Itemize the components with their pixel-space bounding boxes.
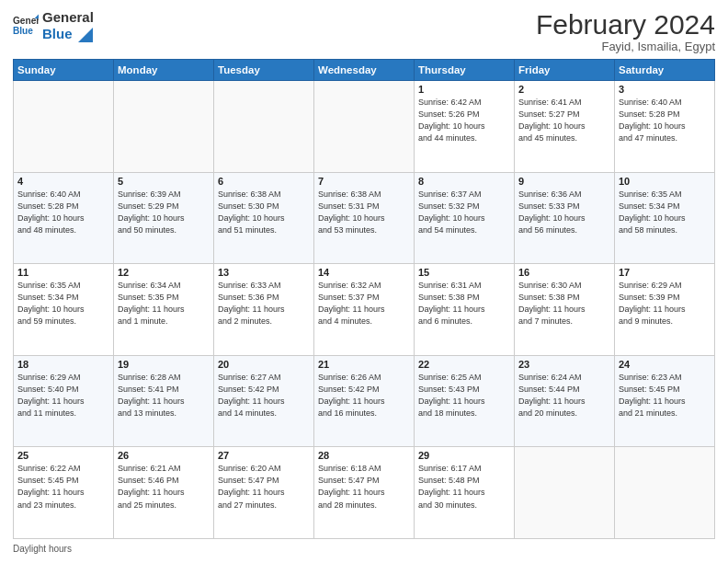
day-info: Sunrise: 6:39 AM Sunset: 5:29 PM Dayligh… [118, 189, 210, 236]
calendar-cell: 16Sunrise: 6:30 AM Sunset: 5:38 PM Dayli… [515, 264, 615, 356]
day-info: Sunrise: 6:35 AM Sunset: 5:34 PM Dayligh… [17, 280, 109, 327]
day-number: 24 [619, 359, 711, 370]
day-info: Sunrise: 6:37 AM Sunset: 5:32 PM Dayligh… [418, 189, 510, 236]
day-number: 12 [118, 267, 210, 278]
calendar-week-row: 11Sunrise: 6:35 AM Sunset: 5:34 PM Dayli… [14, 264, 715, 356]
day-info: Sunrise: 6:34 AM Sunset: 5:35 PM Dayligh… [118, 280, 210, 327]
day-number: 27 [218, 450, 310, 461]
day-number: 7 [318, 176, 410, 187]
calendar-cell: 28Sunrise: 6:18 AM Sunset: 5:47 PM Dayli… [314, 447, 415, 539]
day-number: 28 [318, 450, 410, 461]
calendar-cell: 3Sunrise: 6:40 AM Sunset: 5:28 PM Daylig… [615, 81, 715, 173]
day-number: 5 [118, 176, 210, 187]
day-number: 1 [418, 84, 510, 95]
day-number: 4 [17, 176, 109, 187]
calendar-cell: 22Sunrise: 6:25 AM Sunset: 5:43 PM Dayli… [415, 355, 515, 447]
day-info: Sunrise: 6:23 AM Sunset: 5:45 PM Dayligh… [619, 372, 711, 419]
calendar-week-row: 18Sunrise: 6:29 AM Sunset: 5:40 PM Dayli… [14, 355, 715, 447]
calendar-cell: 21Sunrise: 6:26 AM Sunset: 5:42 PM Dayli… [314, 355, 415, 447]
day-info: Sunrise: 6:40 AM Sunset: 5:28 PM Dayligh… [17, 189, 109, 236]
calendar-cell: 27Sunrise: 6:20 AM Sunset: 5:47 PM Dayli… [214, 447, 314, 539]
calendar-weekday-friday: Friday [515, 60, 615, 81]
day-number: 11 [17, 267, 109, 278]
calendar-weekday-monday: Monday [114, 60, 214, 81]
calendar-cell: 26Sunrise: 6:21 AM Sunset: 5:46 PM Dayli… [114, 447, 214, 539]
day-number: 25 [17, 450, 109, 461]
day-info: Sunrise: 6:33 AM Sunset: 5:36 PM Dayligh… [218, 280, 310, 327]
calendar-week-row: 4Sunrise: 6:40 AM Sunset: 5:28 PM Daylig… [14, 172, 715, 264]
calendar-cell: 12Sunrise: 6:34 AM Sunset: 5:35 PM Dayli… [114, 264, 214, 356]
svg-text:Blue: Blue [13, 26, 33, 36]
day-info: Sunrise: 6:38 AM Sunset: 5:31 PM Dayligh… [318, 189, 410, 236]
calendar-cell: 13Sunrise: 6:33 AM Sunset: 5:36 PM Dayli… [214, 264, 314, 356]
calendar-cell: 8Sunrise: 6:37 AM Sunset: 5:32 PM Daylig… [415, 172, 515, 264]
day-info: Sunrise: 6:36 AM Sunset: 5:33 PM Dayligh… [518, 189, 610, 236]
day-info: Sunrise: 6:25 AM Sunset: 5:43 PM Dayligh… [418, 372, 510, 419]
day-number: 26 [118, 450, 210, 461]
day-number: 22 [418, 359, 510, 370]
day-number: 8 [418, 176, 510, 187]
day-info: Sunrise: 6:29 AM Sunset: 5:39 PM Dayligh… [619, 280, 711, 327]
calendar-cell: 10Sunrise: 6:35 AM Sunset: 5:34 PM Dayli… [615, 172, 715, 264]
day-number: 10 [619, 176, 711, 187]
day-number: 29 [418, 450, 510, 461]
calendar-cell: 6Sunrise: 6:38 AM Sunset: 5:30 PM Daylig… [214, 172, 314, 264]
calendar-cell: 9Sunrise: 6:36 AM Sunset: 5:33 PM Daylig… [515, 172, 615, 264]
logo-icon: General Blue [13, 13, 39, 39]
logo: General Blue General Blue [13, 9, 94, 42]
day-number: 17 [619, 267, 711, 278]
day-info: Sunrise: 6:26 AM Sunset: 5:42 PM Dayligh… [318, 372, 410, 419]
day-number: 13 [218, 267, 310, 278]
calendar-header-row: SundayMondayTuesdayWednesdayThursdayFrid… [14, 60, 715, 81]
day-info: Sunrise: 6:31 AM Sunset: 5:38 PM Dayligh… [418, 280, 510, 327]
day-info: Sunrise: 6:29 AM Sunset: 5:40 PM Dayligh… [17, 372, 109, 419]
day-info: Sunrise: 6:22 AM Sunset: 5:45 PM Dayligh… [17, 463, 109, 511]
calendar-cell [114, 81, 214, 173]
day-info: Sunrise: 6:30 AM Sunset: 5:38 PM Dayligh… [518, 280, 610, 327]
footer: Daylight hours [13, 544, 715, 554]
calendar-cell: 17Sunrise: 6:29 AM Sunset: 5:39 PM Dayli… [615, 264, 715, 356]
calendar-cell: 29Sunrise: 6:17 AM Sunset: 5:48 PM Dayli… [415, 447, 515, 539]
calendar-cell: 5Sunrise: 6:39 AM Sunset: 5:29 PM Daylig… [114, 172, 214, 264]
day-info: Sunrise: 6:28 AM Sunset: 5:41 PM Dayligh… [118, 372, 210, 419]
day-number: 3 [619, 84, 711, 95]
title-block: February 2024 Fayid, Ismailia, Egypt [536, 9, 715, 53]
day-info: Sunrise: 6:35 AM Sunset: 5:34 PM Dayligh… [619, 189, 711, 236]
calendar-weekday-tuesday: Tuesday [214, 60, 314, 81]
calendar-weekday-saturday: Saturday [615, 60, 715, 81]
logo-triangle-icon [78, 28, 93, 42]
day-number: 19 [118, 359, 210, 370]
day-number: 21 [318, 359, 410, 370]
day-info: Sunrise: 6:41 AM Sunset: 5:27 PM Dayligh… [518, 97, 610, 144]
subtitle: Fayid, Ismailia, Egypt [536, 40, 715, 53]
page: General Blue General Blue February 2024 … [0, 0, 728, 563]
calendar-weekday-thursday: Thursday [415, 60, 515, 81]
day-number: 18 [17, 359, 109, 370]
calendar-cell [515, 447, 615, 539]
calendar-cell: 24Sunrise: 6:23 AM Sunset: 5:45 PM Dayli… [615, 355, 715, 447]
calendar-cell: 4Sunrise: 6:40 AM Sunset: 5:28 PM Daylig… [14, 172, 114, 264]
calendar-cell [14, 81, 114, 173]
day-info: Sunrise: 6:42 AM Sunset: 5:26 PM Dayligh… [418, 97, 510, 144]
day-number: 2 [518, 84, 610, 95]
calendar-cell: 15Sunrise: 6:31 AM Sunset: 5:38 PM Dayli… [415, 264, 515, 356]
calendar-cell: 25Sunrise: 6:22 AM Sunset: 5:45 PM Dayli… [14, 447, 114, 539]
day-info: Sunrise: 6:40 AM Sunset: 5:28 PM Dayligh… [619, 97, 711, 144]
calendar-weekday-sunday: Sunday [14, 60, 114, 81]
calendar-table: SundayMondayTuesdayWednesdayThursdayFrid… [13, 59, 715, 539]
calendar-cell: 19Sunrise: 6:28 AM Sunset: 5:41 PM Dayli… [114, 355, 214, 447]
day-info: Sunrise: 6:20 AM Sunset: 5:47 PM Dayligh… [218, 463, 310, 511]
main-title: February 2024 [536, 9, 715, 40]
svg-marker-3 [78, 28, 93, 42]
calendar-cell: 14Sunrise: 6:32 AM Sunset: 5:37 PM Dayli… [314, 264, 415, 356]
calendar-cell: 18Sunrise: 6:29 AM Sunset: 5:40 PM Dayli… [14, 355, 114, 447]
day-number: 20 [218, 359, 310, 370]
calendar-cell: 2Sunrise: 6:41 AM Sunset: 5:27 PM Daylig… [515, 81, 615, 173]
day-info: Sunrise: 6:38 AM Sunset: 5:30 PM Dayligh… [218, 189, 310, 236]
header: General Blue General Blue February 2024 … [13, 9, 715, 53]
day-number: 6 [218, 176, 310, 187]
logo-general: General [42, 9, 94, 26]
day-info: Sunrise: 6:32 AM Sunset: 5:37 PM Dayligh… [318, 280, 410, 327]
calendar-cell: 1Sunrise: 6:42 AM Sunset: 5:26 PM Daylig… [415, 81, 515, 173]
day-info: Sunrise: 6:17 AM Sunset: 5:48 PM Dayligh… [418, 463, 510, 511]
